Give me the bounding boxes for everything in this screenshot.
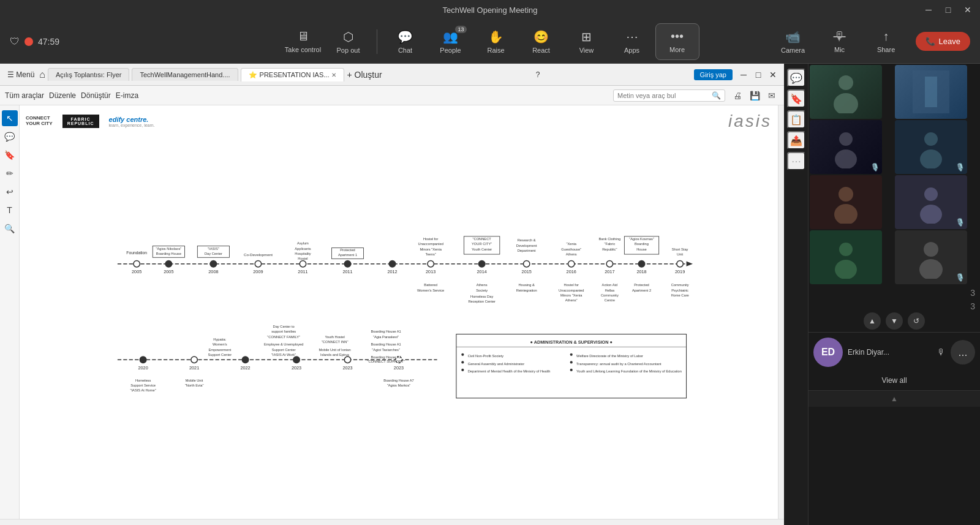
pop-out-button[interactable]: ⬡ Pop out <box>326 23 371 60</box>
people-button[interactable]: 👥 13 People <box>429 23 473 60</box>
new-tab-button[interactable]: + Oluştur <box>347 70 382 80</box>
toolbar2-all-tools[interactable]: Tüm araçlar <box>5 91 44 100</box>
browser-close-button[interactable]: ✕ <box>767 69 779 81</box>
svg-text:Society: Society <box>476 289 488 292</box>
view-all-button[interactable]: View all <box>881 376 907 385</box>
raise-button[interactable]: ✋ Raise <box>474 23 518 60</box>
svg-point-29 <box>389 260 395 266</box>
close-button[interactable]: ✕ <box>960 2 975 17</box>
bottom-bar: ▲ <box>809 390 980 407</box>
take-control-button[interactable]: 🖥 Take control <box>281 23 325 60</box>
apps-icon: ⋯ <box>626 29 638 44</box>
print-icon[interactable]: 🖨 <box>730 88 745 103</box>
video-cell-6-overlay: 🎙️ <box>897 218 965 227</box>
svg-text:Guesthouse": Guesthouse" <box>561 247 581 251</box>
svg-text:2021: 2021 <box>189 365 199 371</box>
more-options-button[interactable]: ... <box>951 340 975 364</box>
sidebar-annotation-icon[interactable]: 🔖 <box>787 89 805 108</box>
svg-text:Homeless Day: Homeless Day <box>470 295 493 298</box>
svg-point-18 <box>300 260 306 266</box>
browser-tab-3[interactable]: ⭐ PRESENTATION IAS... ✕ <box>241 68 345 81</box>
react-button[interactable]: 😊 React <box>519 23 564 60</box>
leave-button[interactable]: 📞 Leave <box>916 32 970 51</box>
svg-text:Reception Center: Reception Center <box>468 300 496 303</box>
svg-point-48 <box>568 260 575 266</box>
chat-icon: 💬 <box>398 29 413 44</box>
search2-tool[interactable]: 🔍 <box>2 221 18 236</box>
browser-search[interactable]: 🔍 <box>613 89 725 102</box>
mic-button[interactable]: 🎙 Mic <box>818 23 862 60</box>
participant-mic-icon: 🎙 <box>937 347 946 357</box>
slide-scrollbar-horizontal[interactable] <box>0 519 784 525</box>
toolbar2-edit[interactable]: Düzenle <box>49 91 76 100</box>
svg-text:2023: 2023 <box>342 365 352 371</box>
browser-chrome: ☰ Menü ⌂ Açılış Toplantısı: Flyer TechWe… <box>0 64 784 86</box>
slide-scrollbar-vertical[interactable] <box>778 105 784 519</box>
more-button[interactable]: ••• More <box>655 23 699 60</box>
sidebar-more-icon[interactable]: ⋯ <box>787 152 805 170</box>
raise-label: Raise <box>487 47 504 54</box>
text-tool[interactable]: T <box>2 202 18 218</box>
chat-button[interactable]: 💬 Chat <box>383 23 428 60</box>
apps-button[interactable]: ⋯ Apps <box>610 23 654 60</box>
camera-button[interactable]: 📹 Camera <box>771 23 815 60</box>
browser-toolbar2-btns: 🖨 💾 ✉ <box>730 88 779 103</box>
svg-text:Research &: Research & <box>518 238 536 242</box>
save-icon[interactable]: 💾 <box>747 88 762 103</box>
toolbar2-esign[interactable]: E-imza <box>116 91 138 100</box>
svg-text:Foundation: Foundation <box>126 251 147 255</box>
eraser-tool[interactable]: ↩ <box>2 184 18 200</box>
tab-3-close[interactable]: ✕ <box>331 72 336 78</box>
svg-point-113 <box>344 357 350 363</box>
sidebar-chat-icon[interactable]: 💬 <box>787 69 805 87</box>
svg-text:Hellas: Hellas <box>605 289 614 292</box>
svg-text:Apartment 1: Apartment 1 <box>338 253 357 257</box>
comment-tool[interactable]: 💬 <box>2 129 18 145</box>
svg-point-158 <box>924 242 938 257</box>
browser-tab-1[interactable]: Açılış Toplantısı: Flyer <box>48 68 129 81</box>
svg-text:Republic": Republic" <box>602 247 617 251</box>
pen-tool[interactable]: ✏ <box>2 165 18 181</box>
view-label: View <box>579 47 594 54</box>
svg-text:"North Evia": "North Evia" <box>185 383 204 387</box>
refresh-button[interactable]: ↺ <box>908 312 925 330</box>
share2-icon[interactable]: ✉ <box>764 88 779 103</box>
sidebar-share-icon[interactable]: 📤 <box>787 131 805 149</box>
mute-icon-6: 🎙️ <box>956 218 965 227</box>
video-panel: 🎙️ 🎙️ <box>809 64 980 525</box>
camera-label: Camera <box>781 47 805 54</box>
svg-text:Boarding House: Boarding House <box>156 252 181 255</box>
presentation-area: ☰ Menü ⌂ Açılış Toplantısı: Flyer TechWe… <box>0 64 784 525</box>
svg-point-154 <box>924 187 938 201</box>
sign-in-button[interactable]: Giriş yap <box>694 69 733 80</box>
search-input[interactable] <box>617 92 709 99</box>
scroll-down-button[interactable]: ▼ <box>886 312 903 330</box>
more-label: More <box>669 46 685 53</box>
share-button[interactable]: ↑ Share <box>864 23 908 60</box>
browser-help-button[interactable]: ? <box>536 70 540 79</box>
expand-icon[interactable]: ▲ <box>891 395 898 403</box>
toolbar2-convert[interactable]: Dönüştür <box>81 91 111 100</box>
browser-menu-button[interactable]: ☰ Menü <box>5 69 37 80</box>
sidebar-layers-icon[interactable]: 📋 <box>787 110 805 129</box>
browser-expand-button[interactable]: □ <box>752 69 764 81</box>
cursor-tool[interactable]: ↖ <box>2 110 18 126</box>
maximize-button[interactable]: □ <box>941 2 956 17</box>
bookmark-tool[interactable]: 🔖 <box>2 147 18 163</box>
people-count-badge: 13 <box>455 26 466 33</box>
browser-tab-2[interactable]: TechWellManagementHand.... <box>132 68 238 81</box>
svg-text:Welfare Directorate of the Min: Welfare Directorate of the Ministry of L… <box>576 354 643 358</box>
view-button[interactable]: ⊞ View <box>565 23 609 60</box>
browser-minimize-button[interactable]: ─ <box>737 69 750 81</box>
chat-label: Chat <box>398 47 412 54</box>
scroll-up-button[interactable]: ▲ <box>864 312 881 330</box>
svg-text:2011: 2011 <box>342 269 352 274</box>
svg-text:Mobile Unit: Mobile Unit <box>186 379 203 382</box>
svg-text:2017: 2017 <box>605 269 614 274</box>
svg-text:"Agios Markos": "Agios Markos" <box>387 383 411 387</box>
browser-home-button[interactable]: ⌂ <box>39 69 45 80</box>
minimize-button[interactable]: ─ <box>921 2 936 17</box>
icon-sidebar: 💬 🔖 📋 📤 ⋯ <box>784 64 809 525</box>
timeline-svg: 2005 Foundation 2005 "Agios Nikolaos" Bo… <box>26 136 772 430</box>
svg-text:Boarding: Boarding <box>635 242 649 246</box>
